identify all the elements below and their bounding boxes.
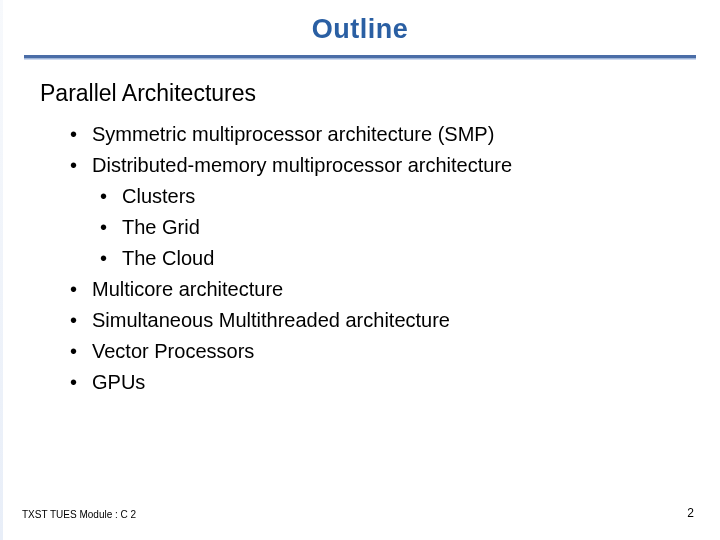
list-item: Distributed-memory multiprocessor archit… <box>70 150 680 181</box>
list-item-text: Clusters <box>122 185 195 207</box>
page-number: 2 <box>687 506 694 520</box>
list-item-text: Distributed-memory multiprocessor archit… <box>92 154 512 176</box>
footer-left: TXST TUES Module : C 2 <box>22 509 136 520</box>
slide: Outline Parallel Architectures Symmetric… <box>0 0 720 540</box>
list-item: Multicore architecture <box>70 274 680 305</box>
list-item-text: The Cloud <box>122 247 214 269</box>
list-item: Clusters <box>100 181 680 212</box>
list-item-text: Simultaneous Multithreaded architecture <box>92 309 450 331</box>
slide-title: Outline <box>0 0 720 53</box>
list-item: Vector Processors <box>70 336 680 367</box>
left-edge-decoration <box>0 0 3 540</box>
list-item-text: GPUs <box>92 371 145 393</box>
section-heading: Parallel Architectures <box>40 80 680 107</box>
list-item: GPUs <box>70 367 680 398</box>
list-item: Simultaneous Multithreaded architecture <box>70 305 680 336</box>
list-item-text: The Grid <box>122 216 200 238</box>
list-item: The Cloud <box>100 243 680 274</box>
list-item-text: Symmetric multiprocessor architecture (S… <box>92 123 494 145</box>
bullet-list: Symmetric multiprocessor architecture (S… <box>40 119 680 398</box>
list-item: Symmetric multiprocessor architecture (S… <box>70 119 680 150</box>
list-item: The Grid <box>100 212 680 243</box>
list-item-text: Vector Processors <box>92 340 254 362</box>
list-item-text: Multicore architecture <box>92 278 283 300</box>
content-section: Parallel Architectures Symmetric multipr… <box>0 58 720 398</box>
